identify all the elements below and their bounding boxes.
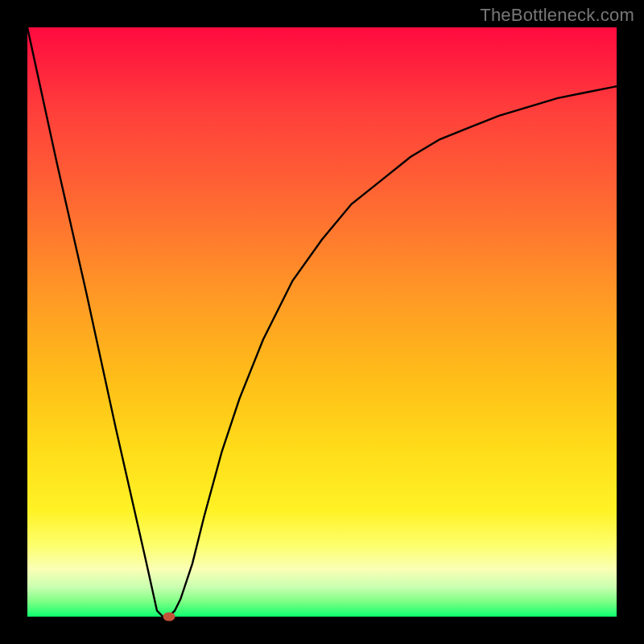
plot-area xyxy=(27,27,617,617)
chart-stage: TheBottleneck.com xyxy=(0,0,644,644)
minimum-marker xyxy=(163,613,175,621)
bottleneck-curve xyxy=(27,27,617,617)
watermark-text: TheBottleneck.com xyxy=(480,5,634,26)
